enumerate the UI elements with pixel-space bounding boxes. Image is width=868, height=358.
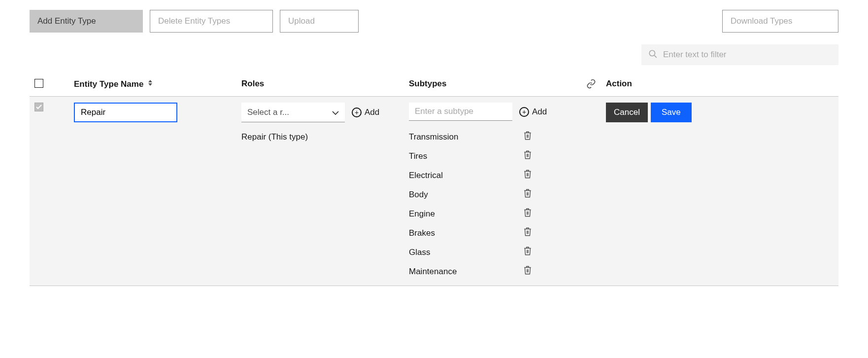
- role-select-placeholder: Select a r...: [247, 107, 306, 117]
- toolbar-left: Add Entity Type Delete Entity Types Uplo…: [30, 10, 359, 33]
- entity-name-cell: [74, 103, 241, 122]
- subtype-item: Electrical: [409, 169, 532, 181]
- row-checkbox[interactable]: [34, 103, 43, 111]
- delete-entity-types-button[interactable]: Delete Entity Types: [150, 10, 273, 33]
- svg-point-0: [649, 50, 655, 56]
- roles-cell: Select a r... + Add Repair (This type): [241, 103, 409, 142]
- header-entity-type-name-label: Entity Type Name: [74, 79, 143, 89]
- add-entity-type-button[interactable]: Add Entity Type: [30, 10, 143, 33]
- subtype-item: Maintenance: [409, 265, 532, 278]
- link-icon: [586, 79, 596, 91]
- subtype-input[interactable]: [409, 103, 512, 121]
- filter-input[interactable]: [663, 50, 832, 60]
- roles-select-wrap: Select a r... + Add: [241, 103, 409, 122]
- filter-box: [641, 44, 838, 65]
- cancel-button[interactable]: Cancel: [606, 103, 648, 122]
- subtype-add-button[interactable]: + Add: [519, 107, 547, 117]
- role-add-label: Add: [365, 107, 379, 117]
- trash-icon[interactable]: [523, 265, 532, 278]
- header-checkbox-cell: [30, 79, 74, 88]
- header-action: Action: [606, 79, 734, 89]
- header-action-label: Action: [606, 79, 632, 89]
- entity-row-edit: Select a r... + Add Repair (This type) +…: [30, 97, 838, 286]
- subtype-label: Electrical: [409, 171, 443, 180]
- subtype-label: Body: [409, 190, 428, 200]
- subtype-input-wrap: + Add: [409, 103, 576, 121]
- trash-icon[interactable]: [523, 150, 532, 162]
- header-subtypes: Subtypes: [409, 79, 576, 89]
- header-roles-label: Roles: [241, 79, 264, 89]
- table-header: Entity Type Name Roles Subtypes Action: [30, 74, 838, 97]
- header-link-col: [576, 79, 606, 91]
- subtype-label: Glass: [409, 248, 430, 257]
- subtype-label: Engine: [409, 209, 435, 219]
- plus-icon: +: [352, 107, 362, 117]
- header-subtypes-label: Subtypes: [409, 79, 447, 89]
- svg-line-1: [654, 55, 657, 58]
- select-all-checkbox[interactable]: [34, 79, 43, 88]
- trash-icon[interactable]: [523, 246, 532, 258]
- header-roles: Roles: [241, 79, 409, 89]
- header-entity-type-name[interactable]: Entity Type Name: [74, 79, 241, 89]
- roles-list: Repair (This type): [241, 132, 409, 142]
- subtype-label: Maintenance: [409, 267, 457, 277]
- subtype-label: Transmission: [409, 132, 458, 142]
- subtype-item: Tires: [409, 150, 532, 162]
- subtype-item: Glass: [409, 246, 532, 258]
- role-select[interactable]: Select a r...: [241, 103, 345, 122]
- sort-icon: [147, 79, 153, 89]
- search-icon: [648, 49, 657, 60]
- role-add-button[interactable]: + Add: [352, 107, 379, 117]
- download-types-button[interactable]: Download Types: [722, 10, 838, 33]
- trash-icon[interactable]: [523, 131, 532, 143]
- subtype-item: Transmission: [409, 131, 532, 143]
- subtypes-cell: + Add Transmission Tires Electrical: [409, 103, 576, 278]
- trash-icon[interactable]: [523, 188, 532, 201]
- upload-button[interactable]: Upload: [280, 10, 359, 33]
- plus-icon: +: [519, 107, 529, 117]
- chevron-down-icon: [332, 107, 339, 117]
- subtype-label: Tires: [409, 151, 427, 161]
- subtype-item: Body: [409, 188, 532, 201]
- role-item: Repair (This type): [241, 132, 409, 142]
- row-checkbox-cell: [30, 103, 74, 111]
- trash-icon[interactable]: [523, 208, 532, 220]
- entity-name-input[interactable]: [74, 103, 177, 122]
- subtype-item: Engine: [409, 208, 532, 220]
- row-action-cell: Cancel Save: [606, 103, 734, 122]
- subtype-list: Transmission Tires Electrical: [409, 131, 576, 278]
- trash-icon[interactable]: [523, 227, 532, 239]
- subtype-add-label: Add: [532, 107, 547, 117]
- subtype-label: Brakes: [409, 228, 435, 238]
- trash-icon[interactable]: [523, 169, 532, 181]
- toolbar: Add Entity Type Delete Entity Types Uplo…: [30, 10, 838, 33]
- subtype-item: Brakes: [409, 227, 532, 239]
- filter-row: [30, 44, 838, 65]
- save-button[interactable]: Save: [651, 103, 692, 122]
